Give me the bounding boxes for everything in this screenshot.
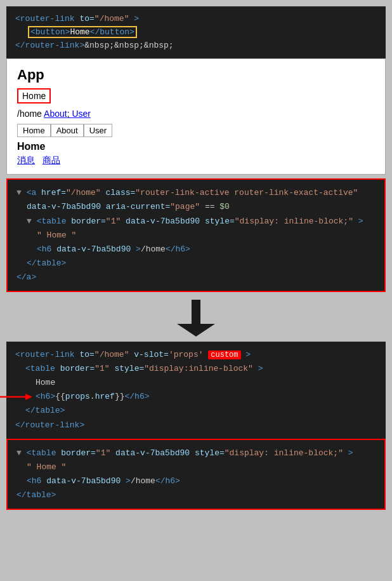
bdom-line1: ▼ <table border="1" data-v-7ba5bd90 styl… [16,446,376,460]
bottom-line4: <h6>{{props.href}}</h6> [15,390,377,404]
tab-home[interactable]: Home [17,124,51,137]
link-products[interactable]: 商品 [42,155,60,165]
content-links: 消息 商品 [17,155,375,166]
app-title: App [17,67,375,83]
home-button[interactable]: Home [17,88,51,104]
dom-line6: </table> [16,257,376,270]
bottom-line5: </table> [15,404,377,418]
tab-about[interactable]: About [51,124,84,137]
link-messages[interactable]: 消息 [17,155,35,165]
svg-rect-0 [192,300,200,324]
bottom-dom-block: ▼ <table border="1" data-v-7ba5bd90 styl… [6,439,386,510]
dom-inspector-block: ▼ <a href="/home" class="router-link-act… [6,178,386,292]
top-code-line1: <router-link to="/home" > [15,13,377,26]
top-code-line2: <button>Home</button> [15,26,377,39]
tab-user[interactable]: User [84,124,112,137]
nav-prefix: /home [17,109,42,119]
bottom-code-block: <router-link to="/home" v-slot='props' c… [6,342,386,439]
content-title: Home [17,141,375,152]
bottom-line1: <router-link to="/home" v-slot='props' c… [15,348,377,362]
svg-marker-1 [177,324,215,337]
dom-line5: <h6 data-v-7ba5bd90 >/home</h6> [16,243,376,257]
about-link[interactable]: About [44,109,67,119]
top-code-line3: </router-link>&nbsp;&nbsp;&nbsp; [15,39,377,53]
red-arrow-icon [0,391,32,403]
bottom-line6: </router-link> [15,418,377,432]
bdom-line3: <h6 data-v-7ba5bd90 >/home</h6> [16,474,376,488]
arrow-down [6,296,386,342]
bottom-line2: <table border="1" style="display:inline-… [15,362,377,376]
dom-line2: data-v-7ba5bd90 aria-current="page" == $… [16,200,376,214]
nav-line: /home AboutUser [17,109,375,119]
bdom-line2: " Home " [16,460,376,474]
browser-tabs: Home About User [17,124,375,137]
dom-line3: ▼ <table border="1" data-v-7ba5bd90 styl… [16,215,376,229]
user-link[interactable]: User [67,109,91,119]
arrow-svg [171,300,221,338]
dom-line4: " Home " [16,229,376,243]
custom-badge: custom [208,351,240,359]
top-code-block: <router-link to="/home" > <button>Home</… [6,6,386,58]
svg-marker-3 [25,394,32,400]
bdom-line4: </table> [16,488,376,502]
dom-line7: </a> [16,270,376,284]
bottom-line3: Home [15,376,377,390]
dom-line1: ▼ <a href="/home" class="router-link-act… [16,186,376,200]
browser-preview: App Home /home AboutUser Home About User… [6,58,386,175]
